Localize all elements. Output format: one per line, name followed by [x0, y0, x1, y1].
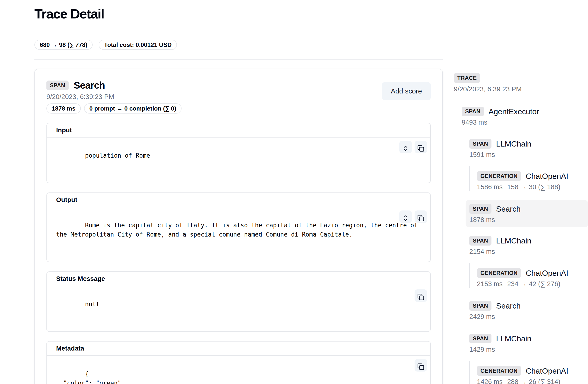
tree-node-generation-1[interactable]: GENERATION ChatOpenAI 1586 ms 158 → 30 (… — [477, 171, 588, 191]
node-name: LLMChain — [496, 333, 531, 344]
node-type-badge: SPAN — [462, 107, 484, 116]
node-name: LLMChain — [496, 236, 531, 246]
tree-node-llmchain-2[interactable]: SPAN LLMChain 2154 ms — [469, 236, 588, 255]
trace-tree-sidebar: TRACE 9/20/2023, 6:39:23 PM SPAN AgentEx… — [454, 73, 588, 384]
input-section: Input population of Rome — [46, 123, 431, 183]
status-copy-button[interactable] — [415, 289, 427, 302]
input-expand-button[interactable] — [399, 141, 412, 153]
span-title: Search — [74, 80, 105, 91]
output-section: Output Rome is the capital city of Italy… — [46, 192, 431, 262]
metadata-section: Metadata { "color": "green", "llm_prefix… — [46, 341, 431, 384]
metadata-copy-button[interactable] — [415, 359, 427, 372]
span-latency-badge: 1878 ms — [46, 103, 81, 114]
node-type-badge: SPAN — [469, 204, 491, 214]
tree-node-search-2[interactable]: SPAN Search 2429 ms — [469, 301, 588, 321]
node-type-badge: GENERATION — [477, 268, 521, 278]
page-title: Trace Detail — [34, 7, 443, 21]
node-latency: 1429 ms — [469, 346, 495, 353]
span-detail-card: SPAN Search 9/20/2023, 6:39:23 PM 1878 m… — [34, 69, 443, 384]
trace-type-badge: TRACE — [454, 73, 480, 83]
tree-node-search-selected[interactable]: SPAN Search 1878 ms — [466, 200, 588, 227]
node-latency: 2154 ms — [469, 248, 495, 255]
span-metrics-badges: 1878 ms 0 prompt → 0 completion (∑ 0) — [46, 103, 431, 114]
node-type-badge: SPAN — [469, 236, 491, 246]
copy-icon — [415, 356, 427, 374]
node-name: Search — [496, 301, 521, 311]
input-copy-button[interactable] — [415, 141, 427, 153]
span-usage-badge: 0 prompt → 0 completion (∑ 0) — [84, 103, 182, 114]
span-timestamp: 9/20/2023, 6:39:23 PM — [46, 93, 431, 101]
status-section-title: Status Message — [47, 272, 430, 286]
trace-total-cost-badge: Total cost: 0.00121 USD — [99, 40, 177, 50]
tree-node-generation-2[interactable]: GENERATION ChatOpenAI 2153 ms 234 → 42 (… — [477, 268, 588, 288]
node-type-badge: SPAN — [469, 334, 491, 343]
agent-executor-children: SPAN LLMChain 1591 ms GENERATION — [462, 134, 588, 384]
trace-summary-badges: 680 → 98 (∑ 778) Total cost: 0.00121 USD — [34, 40, 443, 50]
output-section-title: Output — [47, 193, 430, 207]
copy-icon — [415, 208, 427, 226]
node-latency: 1586 ms — [477, 183, 503, 191]
node-latency: 1591 ms — [469, 151, 495, 158]
node-name: Search — [496, 204, 521, 214]
node-name: ChatOpenAI — [526, 268, 568, 278]
observation-tree: SPAN AgentExecutor 9493 ms SPAN LLMChain — [454, 101, 588, 384]
input-content: population of Rome — [85, 152, 150, 159]
llmchain-2-children: GENERATION ChatOpenAI 2153 ms 234 → 42 (… — [469, 263, 588, 288]
node-type-badge: SPAN — [469, 139, 491, 149]
output-content: Rome is the capital city of Italy. It is… — [56, 222, 421, 238]
input-section-title: Input — [47, 123, 430, 137]
node-token-usage: 288 → 26 (∑ 314) — [507, 378, 560, 384]
llmchain-1-children: GENERATION ChatOpenAI 1586 ms 158 → 30 (… — [469, 166, 588, 191]
chevrons-up-down-icon — [399, 138, 412, 156]
tree-node-llmchain-3[interactable]: SPAN LLMChain 1429 ms — [469, 333, 588, 353]
node-latency: 1878 ms — [469, 216, 495, 224]
tree-node-llmchain-1[interactable]: SPAN LLMChain 1591 ms — [469, 139, 588, 158]
add-score-button[interactable]: Add score — [382, 82, 431, 100]
chevrons-up-down-icon — [399, 208, 412, 226]
metadata-section-title: Metadata — [47, 342, 430, 356]
node-type-badge: SPAN — [469, 301, 491, 311]
header-divider — [34, 59, 443, 59]
output-expand-button[interactable] — [399, 211, 412, 223]
node-name: AgentExecutor — [488, 106, 539, 116]
trace-token-usage-badge: 680 → 98 (∑ 778) — [34, 40, 93, 50]
status-content: null — [85, 301, 100, 307]
trace-timestamp: 9/20/2023, 6:39:23 PM — [454, 85, 588, 93]
copy-icon — [415, 287, 427, 305]
node-latency: 2153 ms — [477, 280, 503, 288]
span-card-header: SPAN Search — [46, 80, 431, 91]
llmchain-3-children: GENERATION ChatOpenAI 1426 ms 288 → 26 (… — [469, 361, 588, 384]
node-name: ChatOpenAI — [526, 366, 568, 376]
status-message-section: Status Message null — [46, 271, 431, 332]
node-type-badge: GENERATION — [477, 171, 521, 181]
copy-icon — [415, 138, 427, 156]
output-copy-button[interactable] — [415, 211, 427, 223]
span-type-badge: SPAN — [46, 80, 69, 90]
node-token-usage: 158 → 30 (∑ 188) — [507, 183, 560, 191]
node-token-usage: 234 → 42 (∑ 276) — [507, 280, 560, 288]
node-latency: 2429 ms — [469, 313, 495, 321]
node-name: ChatOpenAI — [526, 171, 568, 181]
main-column: Trace Detail 680 → 98 (∑ 778) Total cost… — [34, 0, 443, 384]
node-latency: 9493 ms — [462, 118, 487, 126]
tree-node-agent-executor[interactable]: SPAN AgentExecutor 9493 ms — [462, 106, 588, 126]
node-latency: 1426 ms — [477, 378, 503, 384]
metadata-content: { "color": "green", "llm_prefix": "Thoug… — [56, 370, 197, 384]
node-type-badge: GENERATION — [477, 366, 521, 376]
node-name: LLMChain — [496, 139, 531, 149]
tree-node-generation-3[interactable]: GENERATION ChatOpenAI 1426 ms 288 → 26 (… — [477, 366, 588, 384]
